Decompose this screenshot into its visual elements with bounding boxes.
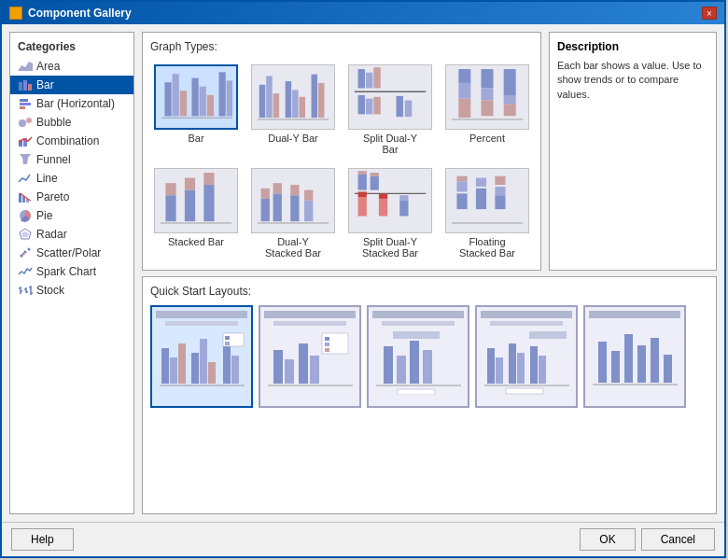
svg-rect-110 <box>223 346 231 384</box>
qs3-header <box>372 311 464 318</box>
svg-rect-141 <box>598 342 607 383</box>
svg-rect-45 <box>300 97 306 118</box>
stacked-bar-label: Stacked Bar <box>168 236 224 247</box>
svg-rect-6 <box>20 106 25 109</box>
qs1-chart <box>158 329 246 395</box>
svg-point-21 <box>22 253 25 256</box>
sidebar-item-scatter[interactable]: Scatter/Polar <box>10 244 133 262</box>
sidebar-item-bar[interactable]: Bar <box>10 76 133 94</box>
svg-rect-134 <box>509 343 516 384</box>
svg-rect-5 <box>20 103 31 105</box>
svg-rect-145 <box>651 338 659 383</box>
svg-rect-37 <box>218 72 225 116</box>
split-dual-y-stacked-thumbnail <box>348 168 432 233</box>
title-bar-left: Component Gallery <box>9 7 132 20</box>
graph-item-split-dual-y-stacked[interactable]: Split Dual-Y Stacked Bar <box>344 164 436 262</box>
sidebar-item-radar[interactable]: Radar <box>10 225 133 244</box>
pareto-icon <box>18 190 33 203</box>
sidebar-item-line[interactable]: Line <box>10 169 133 188</box>
funnel-icon <box>18 153 33 166</box>
quick-item-5[interactable] <box>583 305 686 408</box>
svg-rect-126 <box>397 356 406 384</box>
dual-y-bar-thumbnail <box>251 64 335 130</box>
svg-point-8 <box>26 118 32 123</box>
svg-rect-32 <box>173 74 179 116</box>
spark-icon <box>18 265 33 278</box>
sidebar-item-area[interactable]: Area <box>10 57 133 76</box>
svg-rect-114 <box>225 336 230 340</box>
quick-start-grid <box>150 305 708 408</box>
svg-rect-84 <box>358 175 367 190</box>
qs2-chart <box>266 329 355 395</box>
sidebar-item-combination[interactable]: Combination <box>10 132 133 150</box>
graph-item-stacked-bar[interactable]: Stacked Bar <box>150 164 242 262</box>
svg-rect-123 <box>325 343 329 346</box>
sidebar-item-pie[interactable]: Pie <box>10 206 133 225</box>
svg-rect-118 <box>299 343 308 384</box>
svg-rect-115 <box>225 342 230 345</box>
graph-item-floating-stacked[interactable]: Floating Stacked Bar <box>441 164 533 262</box>
qs4-sub <box>490 321 563 326</box>
cancel-button[interactable]: Cancel <box>641 528 715 551</box>
svg-rect-46 <box>312 75 318 119</box>
sidebar-item-stock[interactable]: Stock <box>10 281 133 300</box>
sidebar-item-bar-horizontal[interactable]: Bar (Horizontal) <box>10 94 133 113</box>
svg-rect-41 <box>266 76 273 118</box>
svg-rect-1 <box>19 82 22 91</box>
combination-icon <box>18 134 33 147</box>
sidebar-item-funnel[interactable]: Funnel <box>10 150 133 169</box>
quick-item-2[interactable] <box>259 305 361 408</box>
svg-rect-36 <box>207 95 214 117</box>
bar-icon <box>18 78 33 91</box>
svg-rect-99 <box>476 178 486 187</box>
dual-y-bar-label: Dual-Y Bar <box>268 133 318 144</box>
qs3-sub <box>382 321 455 326</box>
svg-rect-53 <box>358 95 365 114</box>
graph-item-split-dual-y[interactable]: Split Dual-Y Bar <box>344 61 436 159</box>
qs2-header <box>264 311 356 318</box>
svg-rect-139 <box>529 331 567 339</box>
percent-label: Percent <box>469 133 505 144</box>
graph-types-panel: Graph Types: <box>142 32 541 271</box>
sidebar-item-spark[interactable]: Spark Chart <box>10 262 133 281</box>
svg-rect-4 <box>20 99 28 102</box>
quick-item-3[interactable] <box>367 305 469 408</box>
qs3-chart <box>374 329 463 395</box>
svg-rect-61 <box>481 69 493 88</box>
svg-rect-31 <box>164 82 171 116</box>
svg-rect-59 <box>458 83 470 99</box>
svg-point-20 <box>28 248 31 251</box>
svg-rect-63 <box>481 101 493 117</box>
floating-stacked-thumbnail <box>445 168 529 233</box>
graph-item-dual-y-stacked[interactable]: Dual-Y Stacked Bar <box>247 164 339 262</box>
svg-rect-111 <box>231 356 239 384</box>
svg-rect-128 <box>423 350 432 384</box>
quick-item-1[interactable] <box>150 305 253 408</box>
svg-rect-2 <box>23 80 27 91</box>
ok-button[interactable]: OK <box>580 528 635 551</box>
line-icon <box>18 172 33 185</box>
svg-rect-33 <box>180 91 187 116</box>
svg-rect-104 <box>161 348 169 384</box>
categories-header: Categories <box>10 36 133 57</box>
graph-item-bar[interactable]: Bar <box>150 61 242 159</box>
graph-item-percent[interactable]: Percent <box>441 61 533 159</box>
qs4-chart <box>483 329 571 395</box>
help-button[interactable]: Help <box>11 528 74 551</box>
graph-item-dual-y-bar[interactable]: Dual-Y Bar <box>247 61 339 159</box>
sidebar-item-bubble[interactable]: Bubble <box>10 113 133 132</box>
svg-rect-70 <box>185 190 195 221</box>
close-button[interactable]: × <box>702 7 717 20</box>
pie-icon <box>18 209 33 222</box>
graph-types-grid: Bar <box>150 61 533 262</box>
svg-rect-34 <box>191 78 198 117</box>
qs1-header <box>156 311 247 318</box>
qs5-header <box>589 311 680 318</box>
split-dual-y-label: Split Dual-Y Bar <box>363 133 417 155</box>
svg-rect-125 <box>384 346 393 384</box>
sidebar-item-pareto[interactable]: Pareto <box>10 188 133 206</box>
quick-item-4[interactable] <box>475 305 578 408</box>
svg-rect-119 <box>310 356 319 384</box>
svg-rect-69 <box>165 183 175 195</box>
svg-rect-47 <box>318 83 325 118</box>
